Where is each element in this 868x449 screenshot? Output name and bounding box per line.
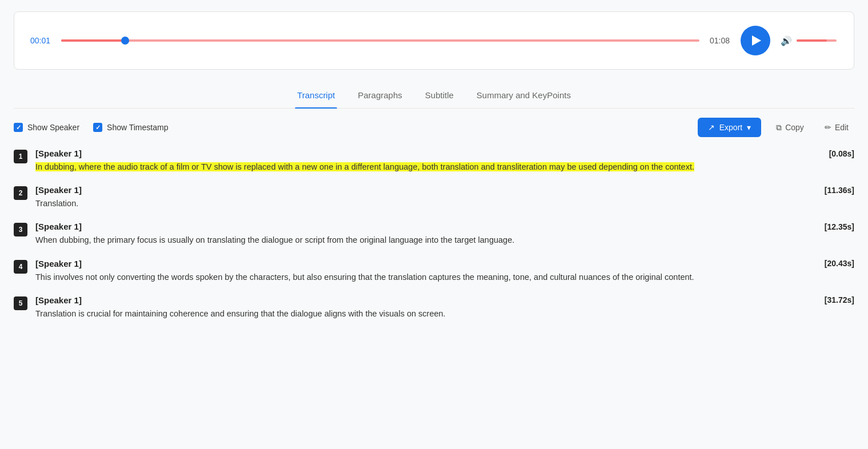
action-buttons: ↗ Export ▾ ⧉ Copy ✏ Edit [698, 118, 854, 137]
export-label: Export [719, 123, 742, 132]
play-button[interactable] [741, 26, 770, 55]
volume-section: 🔊 [781, 35, 838, 46]
play-icon [752, 35, 761, 46]
export-icon: ↗ [708, 123, 715, 132]
entry-header-1: [Speaker 1][0.08s] [35, 149, 854, 158]
progress-thumb[interactable] [121, 37, 129, 45]
entry-body-4: [Speaker 1][20.43s]This involves not onl… [35, 259, 854, 284]
copy-button[interactable]: ⧉ Copy [770, 118, 810, 137]
entry-number-5: 5 [14, 296, 27, 310]
entry-text-1: In dubbing, where the audio track of a f… [35, 161, 854, 174]
transcript-entry-3: 3[Speaker 1][12.35s]When dubbing, the pr… [14, 222, 854, 247]
checkmark-icon-2: ✓ [95, 125, 101, 131]
entry-header-2: [Speaker 1][11.36s] [35, 185, 854, 195]
entry-number-1: 1 [14, 150, 27, 163]
show-speaker-checkbox-box[interactable]: ✓ [14, 123, 23, 132]
show-timestamp-checkbox-box[interactable]: ✓ [93, 123, 102, 132]
transcript-entry-1: 1[Speaker 1][0.08s]In dubbing, where the… [14, 149, 854, 174]
checkmark-icon: ✓ [16, 125, 21, 131]
speaker-label-3: [Speaker 1] [35, 222, 82, 231]
entry-number-2: 2 [14, 186, 27, 200]
entry-number-3: 3 [14, 223, 27, 236]
timestamp-label-5: [31.72s] [825, 295, 854, 304]
highlighted-text: In dubbing, where the audio track of a f… [35, 162, 694, 171]
entry-header-4: [Speaker 1][20.43s] [35, 259, 854, 268]
copy-label: Copy [785, 123, 804, 132]
entry-text-5: Translation is crucial for maintaining c… [35, 307, 854, 320]
show-timestamp-label: Show Timestamp [107, 123, 168, 132]
tab-transcript[interactable]: Transcript [295, 86, 337, 108]
copy-icon: ⧉ [776, 123, 782, 133]
timestamp-label-4: [20.43s] [825, 259, 854, 268]
transcript-entry-4: 4[Speaker 1][20.43s]This involves not on… [14, 259, 854, 284]
show-timestamp-checkbox[interactable]: ✓ Show Timestamp [93, 123, 168, 132]
current-time: 00:01 [30, 36, 51, 45]
entry-text-2: Translation. [35, 197, 854, 210]
timestamp-label-3: [12.35s] [825, 222, 854, 231]
tabs-section: Transcript Paragraphs Subtitle Summary a… [14, 70, 854, 109]
entry-text-3: When dubbing, the primary focus is usual… [35, 234, 854, 247]
transcript-entry-2: 2[Speaker 1][11.36s]Translation. [14, 185, 854, 210]
entry-number-4: 4 [14, 260, 27, 274]
checkboxes-group: ✓ Show Speaker ✓ Show Timestamp [14, 123, 168, 132]
show-speaker-checkbox[interactable]: ✓ Show Speaker [14, 123, 79, 132]
edit-icon: ✏ [825, 123, 831, 132]
transcript-content: 1[Speaker 1][0.08s]In dubbing, where the… [0, 144, 868, 343]
speaker-label-2: [Speaker 1] [35, 185, 82, 195]
volume-fill [797, 39, 827, 42]
tab-paragraphs[interactable]: Paragraphs [355, 86, 405, 108]
progress-track [61, 39, 699, 42]
progress-bar[interactable] [61, 39, 699, 42]
export-button[interactable]: ↗ Export ▾ [698, 118, 761, 137]
total-time: 01:08 [710, 36, 730, 45]
entry-text-4: This involves not only converting the wo… [35, 271, 854, 284]
entry-body-5: [Speaker 1][31.72s]Translation is crucia… [35, 295, 854, 320]
entry-body-3: [Speaker 1][12.35s]When dubbing, the pri… [35, 222, 854, 247]
timestamp-label-1: [0.08s] [829, 149, 854, 158]
tab-summary[interactable]: Summary and KeyPoints [474, 86, 573, 108]
entry-body-2: [Speaker 1][11.36s]Translation. [35, 185, 854, 210]
entry-header-3: [Speaker 1][12.35s] [35, 222, 854, 231]
volume-icon[interactable]: 🔊 [781, 35, 792, 46]
edit-label: Edit [835, 123, 849, 132]
show-speaker-label: Show Speaker [27, 123, 79, 132]
speaker-label-1: [Speaker 1] [35, 149, 82, 158]
volume-track[interactable] [797, 39, 837, 42]
transcript-entry-5: 5[Speaker 1][31.72s]Translation is cruci… [14, 295, 854, 320]
export-chevron-icon: ▾ [747, 123, 751, 132]
timestamp-label-2: [11.36s] [825, 186, 854, 195]
audio-player: 00:01 01:08 🔊 [14, 11, 854, 70]
tab-subtitle[interactable]: Subtitle [423, 86, 456, 108]
edit-button[interactable]: ✏ Edit [819, 118, 854, 137]
speaker-label-5: [Speaker 1] [35, 295, 82, 305]
entry-body-1: [Speaker 1][0.08s]In dubbing, where the … [35, 149, 854, 174]
entry-header-5: [Speaker 1][31.72s] [35, 295, 854, 305]
speaker-label-4: [Speaker 1] [35, 259, 82, 268]
progress-fill [61, 39, 125, 42]
controls-bar: ✓ Show Speaker ✓ Show Timestamp ↗ Export… [0, 109, 868, 144]
